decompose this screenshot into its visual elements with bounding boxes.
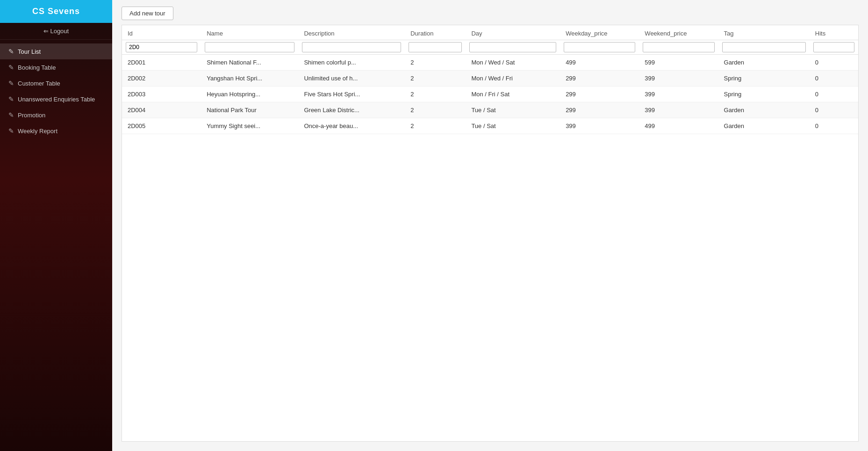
table-row[interactable]: 2D004National Park TourGreen Lake Distri… bbox=[122, 102, 858, 118]
sidebar-item-label: Promotion bbox=[18, 112, 45, 119]
sidebar-nav: ✎Tour List✎Booking Table✎Customer Table✎… bbox=[0, 43, 112, 139]
cell-weekend_price: 599 bbox=[639, 55, 718, 71]
table-row[interactable]: 2D002Yangshan Hot Spri...Unlimited use o… bbox=[122, 71, 858, 86]
filter-input-weekday_price[interactable] bbox=[564, 42, 635, 52]
col-filter-duration bbox=[405, 40, 466, 55]
nav-icon: ✎ bbox=[8, 79, 14, 87]
cell-name: Yummy Sight seei... bbox=[201, 118, 298, 134]
cell-description: Five Stars Hot Spri... bbox=[298, 86, 405, 102]
nav-icon: ✎ bbox=[8, 64, 14, 71]
table-header-row: IdNameDescriptionDurationDayWeekday_pric… bbox=[122, 25, 858, 40]
cell-id: 2D004 bbox=[122, 102, 201, 118]
nav-icon: ✎ bbox=[8, 48, 14, 55]
table-row[interactable]: 2D003Heyuan Hotspring...Five Stars Hot S… bbox=[122, 86, 858, 102]
cell-day: Tue / Sat bbox=[466, 118, 560, 134]
filter-input-name[interactable] bbox=[205, 42, 294, 52]
filter-input-description[interactable] bbox=[302, 42, 401, 52]
col-filter-description bbox=[298, 40, 405, 55]
filter-input-tag[interactable] bbox=[722, 42, 806, 52]
cell-weekday_price: 499 bbox=[560, 55, 639, 71]
sidebar-item-customer-table[interactable]: ✎Customer Table bbox=[0, 75, 112, 91]
cell-duration: 2 bbox=[405, 118, 466, 134]
cell-description: Unlimited use of h... bbox=[298, 71, 405, 86]
sidebar-item-promotion[interactable]: ✎Promotion bbox=[0, 107, 112, 123]
nav-icon: ✎ bbox=[8, 127, 14, 135]
cell-weekend_price: 399 bbox=[639, 102, 718, 118]
sidebar-item-tour-list[interactable]: ✎Tour List bbox=[0, 43, 112, 59]
col-header-duration: Duration bbox=[405, 25, 466, 40]
cell-description: Once-a-year beau... bbox=[298, 118, 405, 134]
cell-weekend_price: 499 bbox=[639, 118, 718, 134]
col-header-tag: Tag bbox=[718, 25, 810, 40]
filter-input-duration[interactable] bbox=[409, 42, 462, 52]
sidebar-item-label: Tour List bbox=[18, 48, 41, 55]
col-filter-day bbox=[466, 40, 560, 55]
add-tour-button[interactable]: Add new tour bbox=[122, 7, 173, 20]
cell-day: Mon / Wed / Fri bbox=[466, 71, 560, 86]
cell-hits: 0 bbox=[810, 71, 858, 86]
col-filter-name bbox=[201, 40, 298, 55]
col-header-weekend_price: Weekend_price bbox=[639, 25, 718, 40]
cell-description: Green Lake Distric... bbox=[298, 102, 405, 118]
cell-tag: Spring bbox=[718, 86, 810, 102]
cell-day: Tue / Sat bbox=[466, 102, 560, 118]
cell-hits: 0 bbox=[810, 86, 858, 102]
cell-description: Shimen colorful p... bbox=[298, 55, 405, 71]
cell-id: 2D002 bbox=[122, 71, 201, 86]
cell-day: Mon / Fri / Sat bbox=[466, 86, 560, 102]
sidebar-item-label: Booking Table bbox=[18, 64, 56, 71]
sidebar-item-unanswered-enquiries[interactable]: ✎Unanswered Enquiries Table bbox=[0, 91, 112, 107]
cell-duration: 2 bbox=[405, 71, 466, 86]
cell-weekend_price: 399 bbox=[639, 86, 718, 102]
cell-weekday_price: 399 bbox=[560, 118, 639, 134]
col-header-day: Day bbox=[466, 25, 560, 40]
cell-weekend_price: 399 bbox=[639, 71, 718, 86]
cell-hits: 0 bbox=[810, 55, 858, 71]
sidebar-item-label: Unanswered Enquiries Table bbox=[18, 96, 95, 103]
col-filter-tag bbox=[718, 40, 810, 55]
col-header-name: Name bbox=[201, 25, 298, 40]
col-header-id: Id bbox=[122, 25, 201, 40]
cell-tag: Garden bbox=[718, 55, 810, 71]
sidebar-item-label: Weekly Report bbox=[18, 128, 57, 135]
tour-table: IdNameDescriptionDurationDayWeekday_pric… bbox=[122, 25, 858, 134]
sidebar-item-weekly-report[interactable]: ✎Weekly Report bbox=[0, 123, 112, 139]
tour-table-container: IdNameDescriptionDurationDayWeekday_pric… bbox=[122, 25, 859, 442]
table-row[interactable]: 2D001Shimen National F...Shimen colorful… bbox=[122, 55, 858, 71]
cell-day: Mon / Wed / Sat bbox=[466, 55, 560, 71]
sidebar-item-booking-table[interactable]: ✎Booking Table bbox=[0, 59, 112, 75]
col-header-hits: Hits bbox=[810, 25, 858, 40]
toolbar: Add new tour bbox=[112, 0, 868, 25]
cell-duration: 2 bbox=[405, 86, 466, 102]
sidebar-item-label: Customer Table bbox=[18, 80, 60, 87]
cell-tag: Garden bbox=[718, 118, 810, 134]
cell-name: National Park Tour bbox=[201, 102, 298, 118]
col-header-weekday_price: Weekday_price bbox=[560, 25, 639, 40]
sidebar: CS Sevens ⇐ Logout ✎Tour List✎Booking Ta… bbox=[0, 0, 112, 451]
filter-input-hits[interactable] bbox=[813, 42, 854, 52]
filter-input-day[interactable] bbox=[469, 42, 556, 52]
nav-icon: ✎ bbox=[8, 111, 14, 119]
main-content: Add new tour IdNameDescriptionDurationDa… bbox=[112, 0, 868, 451]
cell-weekday_price: 299 bbox=[560, 71, 639, 86]
table-filter-row bbox=[122, 40, 858, 55]
logout-button[interactable]: ⇐ Logout bbox=[0, 23, 112, 40]
col-filter-weekend_price bbox=[639, 40, 718, 55]
col-filter-hits bbox=[810, 40, 858, 55]
cell-tag: Spring bbox=[718, 71, 810, 86]
cell-hits: 0 bbox=[810, 102, 858, 118]
cell-id: 2D003 bbox=[122, 86, 201, 102]
nav-icon: ✎ bbox=[8, 95, 14, 103]
cell-name: Shimen National F... bbox=[201, 55, 298, 71]
cell-id: 2D001 bbox=[122, 55, 201, 71]
filter-input-weekend_price[interactable] bbox=[643, 42, 714, 52]
col-filter-id bbox=[122, 40, 201, 55]
app-title: CS Sevens bbox=[0, 0, 112, 23]
cell-duration: 2 bbox=[405, 55, 466, 71]
col-filter-weekday_price bbox=[560, 40, 639, 55]
cell-weekday_price: 299 bbox=[560, 86, 639, 102]
filter-input-id[interactable] bbox=[126, 42, 197, 52]
cell-tag: Garden bbox=[718, 102, 810, 118]
table-row[interactable]: 2D005Yummy Sight seei...Once-a-year beau… bbox=[122, 118, 858, 134]
cell-duration: 2 bbox=[405, 102, 466, 118]
